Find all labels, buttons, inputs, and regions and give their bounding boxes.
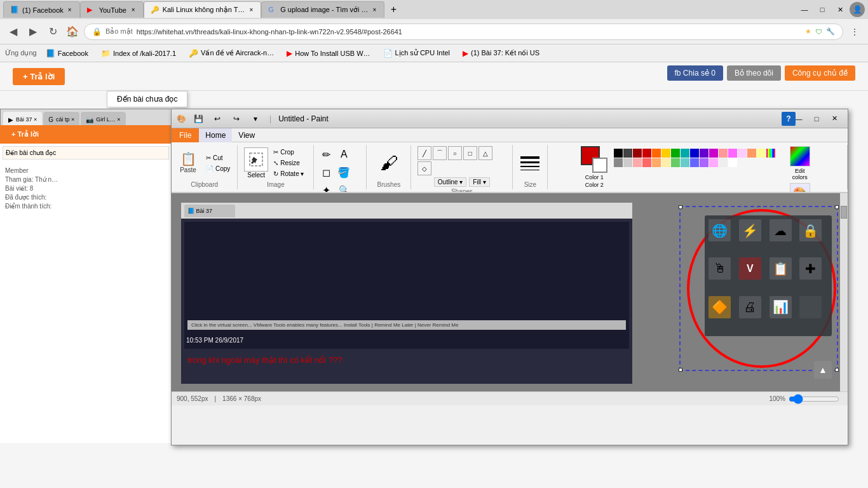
cut-btn[interactable]: ✂ Cut bbox=[203, 153, 233, 163]
grid-icon-11[interactable]: 📊 bbox=[770, 296, 792, 318]
color-very-light-pink[interactable] bbox=[738, 149, 747, 158]
color-light-gray[interactable] bbox=[623, 158, 632, 167]
minimize-browser-btn[interactable]: — bbox=[796, 3, 813, 17]
tab-facebook[interactable]: 📘 (1) Facebook × bbox=[3, 1, 80, 18]
color-light-green[interactable] bbox=[671, 158, 680, 167]
bm-bai37[interactable]: ▶ (1) Bài 37: Kết nối US bbox=[459, 48, 543, 59]
qat-redo-btn[interactable]: ↪ bbox=[229, 112, 243, 126]
shape-curve[interactable]: ⌒ bbox=[433, 146, 447, 160]
maximize-paint-btn[interactable]: □ bbox=[808, 112, 825, 126]
bm-index-kali[interactable]: 📁 Index of /kali-2017.1 bbox=[97, 48, 180, 59]
grid-icon-5[interactable]: 🖱 bbox=[709, 257, 731, 280]
handle-tr[interactable] bbox=[835, 205, 839, 209]
size-line-1[interactable] bbox=[520, 156, 539, 159]
zoom-slider[interactable] bbox=[789, 394, 839, 404]
color-orange[interactable] bbox=[652, 149, 661, 158]
color-teal[interactable] bbox=[681, 149, 689, 158]
color-lighter-red[interactable] bbox=[633, 158, 642, 167]
tab-yt-close[interactable]: × bbox=[130, 6, 137, 13]
color-peach[interactable] bbox=[747, 149, 756, 158]
tab-fb-close[interactable]: × bbox=[67, 6, 73, 13]
scroll-up-btn[interactable]: ▲ bbox=[814, 361, 832, 379]
trả-lời-button[interactable]: + Trả lời bbox=[13, 68, 65, 85]
color2-swatch[interactable] bbox=[592, 158, 607, 173]
extensions-btn[interactable]: ⋮ bbox=[846, 24, 863, 40]
color-light-yellow[interactable] bbox=[757, 149, 766, 158]
share-btn[interactable]: fb Chia sẻ 0 bbox=[667, 65, 723, 81]
size-line-2[interactable] bbox=[520, 161, 539, 163]
size-line-4[interactable] bbox=[520, 170, 539, 170]
qat-undo-btn[interactable]: ↩ bbox=[210, 112, 224, 126]
dropdown-option[interactable]: Đến bài chưa đọc bbox=[117, 95, 177, 104]
bm-how-install-usb[interactable]: ▶ How To Install USB W… bbox=[283, 48, 374, 59]
tab-kali-close[interactable]: × bbox=[248, 6, 254, 13]
qat-down-btn[interactable]: ▾ bbox=[248, 112, 262, 126]
address-bar[interactable]: 🔒 Bảo mật https://whitehat.vn/threads/ka… bbox=[84, 24, 843, 40]
color-red[interactable] bbox=[642, 149, 651, 158]
follow-btn[interactable]: Bỏ theo dõi bbox=[727, 65, 781, 81]
canvas-scrollbar[interactable] bbox=[840, 193, 848, 391]
color-light-magenta[interactable] bbox=[709, 158, 718, 167]
tab-youtube[interactable]: ▶ YouTube × bbox=[80, 1, 144, 18]
shape-oval[interactable]: ○ bbox=[448, 146, 462, 160]
tool-btn[interactable]: Công cụ chủ đề bbox=[785, 65, 855, 81]
menu-file[interactable]: File bbox=[172, 128, 199, 142]
color-pink[interactable] bbox=[728, 149, 737, 158]
color-blue[interactable] bbox=[690, 149, 699, 158]
color-black[interactable] bbox=[614, 149, 623, 158]
color-light-teal[interactable] bbox=[681, 158, 689, 167]
grid-icon-3[interactable]: ☁ bbox=[770, 219, 792, 241]
color-dark-gray[interactable] bbox=[623, 149, 632, 158]
text-btn[interactable]: A bbox=[336, 146, 352, 163]
maximize-browser-btn[interactable]: □ bbox=[814, 3, 831, 17]
color-yellow[interactable] bbox=[661, 149, 670, 158]
home-button[interactable]: 🏠 bbox=[64, 24, 81, 40]
color-light-blue[interactable] bbox=[690, 158, 699, 167]
shape-rect[interactable]: □ bbox=[463, 146, 477, 160]
fill-shape-btn[interactable]: Fill ▾ bbox=[469, 177, 490, 187]
handle-bl[interactable] bbox=[679, 368, 682, 372]
copy-btn[interactable]: 📄 Copy bbox=[203, 164, 233, 173]
select-btn[interactable] bbox=[244, 147, 268, 172]
color-light-purple[interactable] bbox=[700, 158, 709, 167]
grid-icon-10[interactable]: 🖨 bbox=[739, 296, 761, 318]
color-magenta[interactable] bbox=[709, 149, 718, 158]
close-paint-btn[interactable]: ✕ bbox=[826, 112, 843, 126]
shape-line[interactable]: ╱ bbox=[417, 146, 431, 160]
star-icon[interactable]: ★ bbox=[805, 27, 811, 36]
picker-btn[interactable]: ✦ bbox=[318, 182, 334, 193]
refresh-button[interactable]: ↻ bbox=[44, 24, 61, 40]
handle-tl[interactable] bbox=[679, 205, 682, 209]
color-green[interactable] bbox=[671, 149, 680, 158]
shape-triangle[interactable]: △ bbox=[478, 146, 492, 160]
rotate-btn[interactable]: ↻ Rotate ▾ bbox=[270, 169, 307, 179]
forward-button[interactable]: ▶ bbox=[25, 24, 41, 40]
grid-icon-4[interactable]: 🔒 bbox=[799, 219, 822, 241]
crop-btn[interactable]: ✂ Crop bbox=[270, 147, 307, 157]
color-near-white[interactable] bbox=[719, 158, 728, 167]
trả-lời-button-2[interactable]: + Trả lời bbox=[6, 128, 44, 140]
paste-btn[interactable]: 📋 Paste bbox=[175, 151, 201, 175]
new-tab-button[interactable]: + bbox=[384, 1, 402, 18]
tab-kali[interactable]: 🔑 Kali Linux không nhận T… × bbox=[144, 1, 262, 18]
grid-icon-1[interactable]: 🌐 bbox=[709, 219, 731, 241]
color-dark-red[interactable] bbox=[633, 149, 642, 158]
outline-btn[interactable]: Outline ▾ bbox=[434, 177, 466, 187]
grid-icon-9[interactable]: 🔶 bbox=[709, 296, 731, 318]
menu-view[interactable]: View bbox=[232, 128, 261, 142]
color-rainbow[interactable] bbox=[766, 149, 775, 158]
user-avatar[interactable]: 👤 bbox=[850, 2, 865, 17]
help-btn[interactable]: ? bbox=[782, 112, 796, 126]
handle-br[interactable] bbox=[835, 368, 839, 372]
grid-icon-6[interactable]: V bbox=[739, 257, 761, 280]
bm-cpu-intel[interactable]: 📄 Lịch sử CPU Intel bbox=[379, 48, 454, 59]
resize-btn[interactable]: ⤡ Resize bbox=[270, 158, 307, 168]
scrollbar-thumb[interactable] bbox=[841, 206, 847, 219]
color-light-pink[interactable] bbox=[719, 149, 728, 158]
pencil-btn[interactable]: ✏ bbox=[318, 146, 334, 163]
tab-gimage[interactable]: G G upload image - Tìm với … × bbox=[261, 1, 384, 18]
qat-save-btn[interactable]: 💾 bbox=[191, 112, 205, 126]
color-light-orange[interactable] bbox=[652, 158, 661, 167]
grid-icon-12[interactable] bbox=[799, 296, 822, 318]
tab-gimg-close[interactable]: × bbox=[371, 6, 377, 13]
